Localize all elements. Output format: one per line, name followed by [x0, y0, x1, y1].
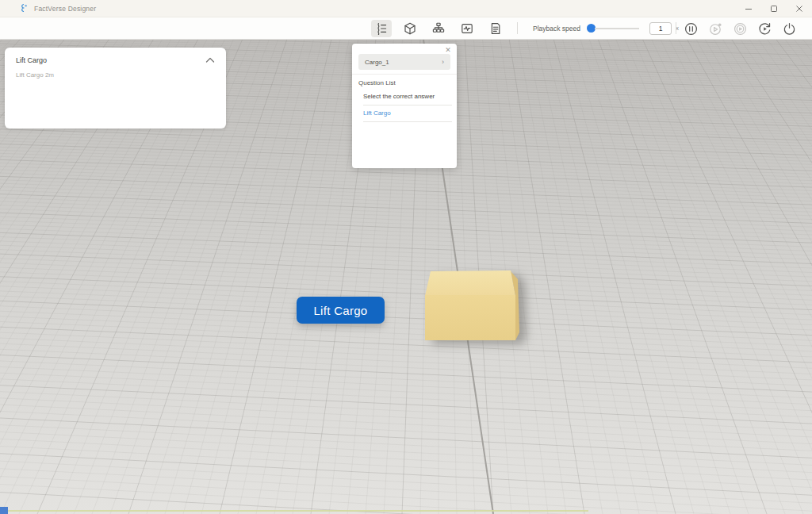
play-circle-icon	[733, 21, 748, 36]
chevron-right-icon: ›	[442, 58, 444, 66]
playback-speed-track[interactable]	[595, 28, 639, 29]
playback-speed-group: Playback speed x	[533, 17, 679, 39]
cargo-box-front-face	[425, 295, 515, 340]
titlebar: FactVerse Designer	[0, 0, 812, 17]
app-logo-icon	[19, 3, 29, 13]
mode-icon-group	[371, 19, 506, 38]
power-icon[interactable]	[782, 21, 797, 36]
task-step-item[interactable]: Lift Cargo 2m	[5, 64, 226, 79]
document-icon[interactable]	[485, 20, 506, 37]
window-controls	[736, 0, 812, 17]
playback-speed-label: Playback speed	[533, 25, 580, 33]
popup-target-row[interactable]: Cargo_1 ›	[358, 54, 450, 70]
cargo-box-top-face	[421, 270, 526, 296]
lift-cargo-button[interactable]: Lift Cargo	[297, 297, 385, 324]
question-popup: ✕ Cargo_1 › Question List Select the cor…	[352, 44, 457, 168]
close-icon[interactable]: ✕	[443, 45, 453, 55]
playback-control-group	[684, 19, 797, 38]
window-title: FactVerse Designer	[34, 5, 96, 13]
answer-option[interactable]: Lift Cargo	[363, 105, 452, 122]
play-badge-icon	[708, 21, 723, 36]
maximize-icon[interactable]	[761, 0, 787, 17]
toolbar-separator	[676, 22, 676, 34]
cargo-box[interactable]	[421, 270, 526, 343]
task-panel-title: Lift Cargo	[16, 56, 47, 64]
animation-sequence-icon[interactable]	[371, 20, 392, 37]
popup-target-name: Cargo_1	[365, 59, 442, 66]
hierarchy-icon[interactable]	[428, 20, 449, 37]
toolbar: Playback speed x	[0, 17, 812, 40]
question-prompt: Select the correct answer	[363, 89, 452, 105]
close-icon[interactable]	[787, 0, 812, 17]
ground-edge-line	[0, 510, 588, 512]
pause-circle-icon[interactable]	[684, 21, 699, 36]
minimize-icon[interactable]	[736, 0, 761, 17]
popup-section-title: Question List	[352, 75, 457, 89]
model-cube-icon[interactable]	[400, 20, 420, 37]
monitor-wave-icon[interactable]	[457, 20, 477, 37]
task-panel: Lift Cargo Lift Cargo 2m	[5, 48, 226, 128]
chevron-up-icon[interactable]	[205, 55, 216, 66]
toolbar-separator	[517, 22, 518, 34]
replay-icon[interactable]	[757, 21, 772, 36]
playback-speed-input[interactable]	[649, 22, 672, 35]
corner-marker	[0, 507, 8, 514]
task-panel-header[interactable]: Lift Cargo	[5, 48, 226, 64]
app-window: Lift Cargo Lift Cargo Lift Cargo 2m ✕ Ca…	[0, 0, 812, 514]
